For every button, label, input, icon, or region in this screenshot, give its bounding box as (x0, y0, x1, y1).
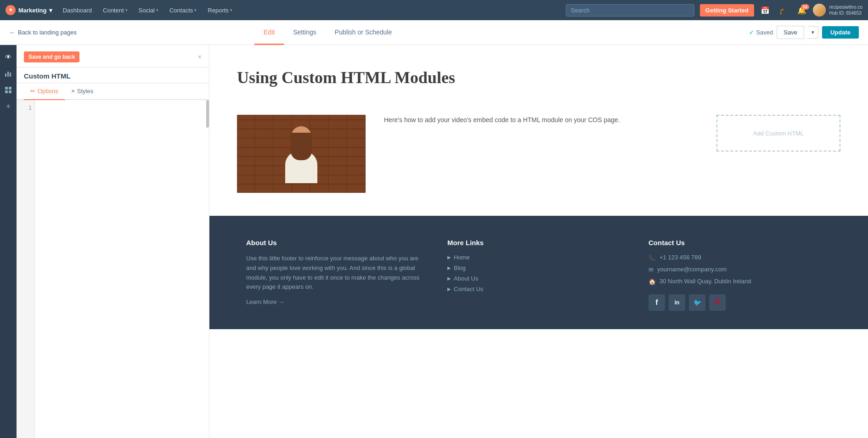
add-icon-button[interactable]: + (1, 99, 16, 114)
learn-more-label: Learn More → (246, 298, 284, 305)
footer-about-title: About Us (246, 239, 429, 247)
update-button[interactable]: Update (822, 26, 859, 39)
custom-html-placeholder: Add Custom HTML (753, 130, 804, 137)
contact-email-text: yourname@company.com (657, 266, 727, 273)
linkedin-icon[interactable]: in (669, 294, 685, 311)
svg-rect-3 (5, 87, 8, 90)
nav-dashboard[interactable]: Dashboard (58, 0, 96, 20)
panel-tab-styles-label: Styles (77, 88, 93, 95)
person-silhouette (281, 126, 322, 193)
footer-contact-title: Contact Us (648, 239, 831, 247)
save-dropdown-button[interactable]: ▾ (808, 26, 818, 39)
tab-settings-label: Settings (293, 28, 316, 36)
search-input[interactable] (566, 4, 694, 17)
page-footer: About Us Use this little footer to reinf… (209, 216, 868, 329)
address-icon: 🏠 (648, 278, 656, 285)
footer-grid: About Us Use this little footer to reinf… (246, 239, 831, 311)
footer-about-text: Use this little footer to reinforce your… (246, 254, 429, 292)
module-icon-button[interactable] (1, 83, 16, 97)
sprocket-icon: ✦ (6, 5, 16, 15)
back-link[interactable]: ← Back to landing pages (9, 29, 77, 36)
page-content: Using Custom HTML Modules (209, 45, 868, 438)
panel-tab-styles[interactable]: ✕ Styles (65, 83, 100, 100)
notifications-button[interactable]: 🔔 10 (795, 4, 809, 17)
saved-label: Saved (756, 29, 773, 36)
panel-title-row: Custom HTML (17, 67, 209, 83)
nav-contacts-label: Contacts (169, 7, 193, 14)
panel-tab-options[interactable]: ✏ Options (24, 83, 65, 100)
notification-badge: 10 (801, 4, 809, 10)
pencil-icon: ✏ (30, 88, 35, 95)
tab-publish-label: Publish or Schedule (335, 28, 392, 36)
calendar-icon-button[interactable]: 📅 (758, 4, 772, 17)
footer-contact: Contact Us 📞 +1 123 456 789 ✉ yourname@c… (648, 239, 831, 311)
content-row: Here's how to add your video's embed cod… (209, 106, 868, 216)
top-nav: ✦ Marketing ▾ Dashboard Content ▾ Social… (0, 0, 868, 20)
nav-reports[interactable]: Reports ▾ (203, 0, 237, 20)
nav-actions: Getting Started 📅 🎓 🔔 10 recipesiwthrο.c… (700, 4, 862, 17)
custom-html-box[interactable]: Add Custom HTML (716, 115, 840, 152)
contact-phone-text: +1 123 456 789 (659, 254, 701, 261)
save-go-back-button[interactable]: Save and go back (24, 51, 79, 62)
footer-link-about[interactable]: ▶ About Us (447, 275, 630, 282)
user-avatar[interactable] (813, 4, 826, 17)
eye-icon-button[interactable]: 👁 (1, 50, 16, 64)
scrollbar-vertical[interactable] (206, 100, 209, 128)
page-hero: Using Custom HTML Modules (209, 45, 868, 106)
twitter-icon[interactable]: 🐦 (689, 294, 705, 311)
footer-link-contact[interactable]: ▶ Contact Us (447, 286, 630, 292)
contact-email: ✉ yourname@company.com (648, 266, 831, 273)
nav-reports-label: Reports (208, 7, 229, 14)
footer-link-contact-label: Contact Us (454, 286, 483, 292)
analytics-icon-button[interactable] (1, 66, 16, 81)
footer-link-blog[interactable]: ▶ Blog (447, 264, 630, 271)
panel-title: Custom HTML (24, 72, 71, 80)
nav-contacts[interactable]: Contacts ▾ (165, 0, 201, 20)
panel-tabs: ✏ Options ✕ Styles (17, 83, 209, 100)
footer-link-home-label: Home (454, 254, 470, 261)
save-button[interactable]: Save (777, 26, 804, 39)
check-icon: ✓ (749, 29, 754, 36)
svg-rect-2 (10, 73, 11, 77)
pinterest-icon[interactable]: P (709, 294, 726, 311)
email-icon: ✉ (648, 266, 654, 273)
footer-link-about-label: About Us (454, 275, 478, 282)
brand-chevron: ▾ (49, 7, 52, 14)
code-editor[interactable] (17, 100, 209, 438)
chart-icon (5, 70, 12, 77)
getting-started-button[interactable]: Getting Started (700, 4, 754, 17)
tab-publish[interactable]: Publish or Schedule (326, 20, 401, 45)
footer-learn-more[interactable]: Learn More → (246, 298, 429, 305)
graduation-icon-button[interactable]: 🎓 (776, 4, 791, 17)
panel-close-button[interactable]: × (198, 53, 202, 61)
contact-address-text: 30 North Wall Quay, Dublin Ireland (659, 278, 751, 285)
nav-social[interactable]: Social ▾ (134, 0, 163, 20)
panel-tab-options-label: Options (38, 88, 58, 95)
brand-logo[interactable]: ✦ Marketing ▾ (6, 5, 52, 15)
content-text: Here's how to add your video's embed cod… (384, 115, 620, 125)
main-layout: 👁 + Save and go back × Custom HTML (0, 45, 868, 438)
brand-label: Marketing (18, 7, 46, 14)
footer-link-home[interactable]: ▶ Home (447, 254, 630, 261)
footer-links: More Links ▶ Home ▶ Blog ▶ About Us (447, 239, 630, 311)
content-paragraph: Here's how to add your video's embed cod… (384, 115, 620, 125)
nav-content[interactable]: Content ▾ (98, 0, 132, 20)
page-hero-title: Using Custom HTML Modules (237, 68, 840, 87)
tab-settings[interactable]: Settings (284, 20, 326, 45)
nav-dashboard-label: Dashboard (62, 7, 92, 14)
facebook-icon[interactable]: f (648, 294, 665, 311)
social-icons: f in 🐦 P (648, 294, 831, 311)
icon-bar: 👁 + (0, 45, 17, 438)
contact-address: 🏠 30 North Wall Quay, Dublin Ireland (648, 278, 831, 285)
user-site: recipesiwthrο.co (829, 4, 862, 10)
content-area: Using Custom HTML Modules (209, 45, 868, 438)
arrow-icon-2: ▶ (447, 265, 451, 270)
footer-about: About Us Use this little footer to reinf… (246, 239, 429, 311)
second-bar: ← Back to landing pages Edit Settings Pu… (0, 20, 868, 45)
tab-edit[interactable]: Edit (254, 20, 284, 45)
user-hub: Hub ID: 654653 (829, 10, 862, 16)
nav-social-chevron: ▾ (156, 8, 158, 12)
nav-content-label: Content (103, 7, 124, 14)
content-image (237, 115, 366, 193)
nav-social-label: Social (139, 7, 155, 14)
